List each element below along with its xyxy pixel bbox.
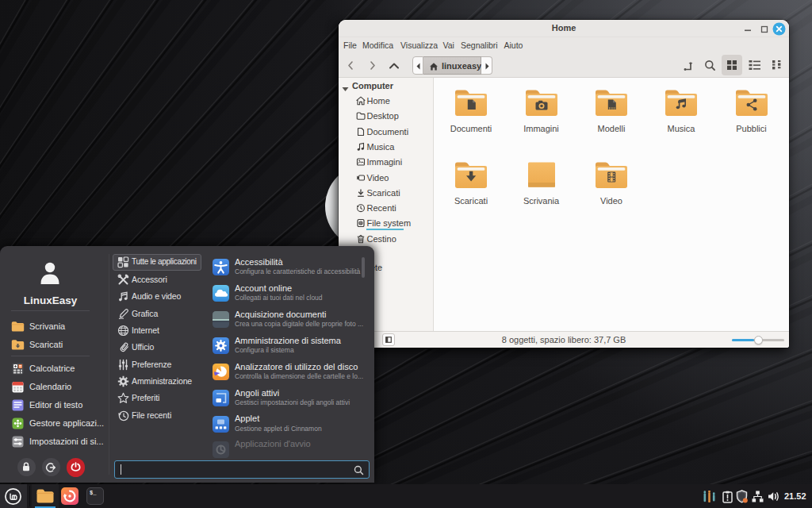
- svg-text:$_: $_: [90, 490, 97, 496]
